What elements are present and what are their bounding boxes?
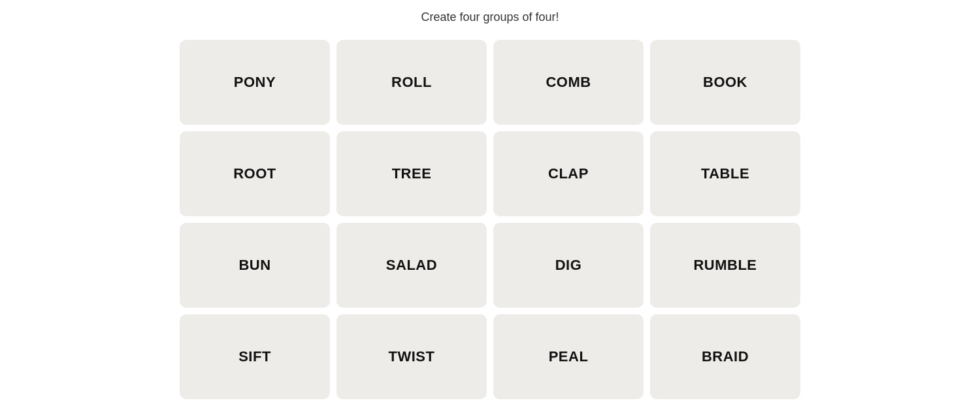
word-card[interactable]: DIG [493,223,644,308]
word-card[interactable]: ROOT [180,131,330,216]
word-card-label: ROOT [233,165,276,182]
word-card-label: TWIST [389,348,435,365]
word-card-label: DIG [555,257,582,274]
word-card[interactable]: PONY [180,40,330,125]
word-card-label: CLAP [548,165,589,182]
word-card-label: SALAD [386,257,437,274]
word-card[interactable]: BOOK [650,40,800,125]
word-card-label: PEAL [549,348,589,365]
word-card-label: COMB [546,74,591,91]
page-subtitle: Create four groups of four! [421,10,559,24]
word-card-label: BUN [238,257,270,274]
word-card[interactable]: BUN [180,223,330,308]
word-card-label: SIFT [238,348,271,365]
word-card[interactable]: SIFT [180,314,330,399]
word-grid: PONYROLLCOMBBOOKROOTTREECLAPTABLEBUNSALA… [180,40,800,399]
word-card[interactable]: BRAID [650,314,800,399]
word-card[interactable]: RUMBLE [650,223,800,308]
word-card[interactable]: PEAL [493,314,644,399]
word-card[interactable]: TWIST [336,314,487,399]
word-card[interactable]: CLAP [493,131,644,216]
word-card-label: PONY [234,74,276,91]
word-card[interactable]: ROLL [336,40,487,125]
word-card-label: BOOK [703,74,747,91]
word-card-label: TREE [392,165,432,182]
word-card-label: BRAID [702,348,749,365]
word-card[interactable]: TREE [336,131,487,216]
word-card-label: ROLL [391,74,432,91]
word-card[interactable]: TABLE [650,131,800,216]
word-card-label: RUMBLE [693,257,757,274]
word-card[interactable]: COMB [493,40,644,125]
word-card-label: TABLE [701,165,749,182]
word-card[interactable]: SALAD [336,223,487,308]
